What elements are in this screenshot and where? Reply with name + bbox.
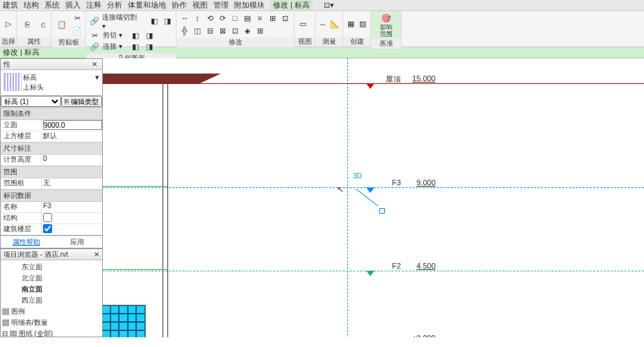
menu-item[interactable]: 分析 xyxy=(107,0,122,10)
modify-tool-icon[interactable]: ▤ xyxy=(242,12,253,24)
panel-label-prop: 属性 xyxy=(17,37,51,46)
modify-tool-icon[interactable]: ⊟ xyxy=(204,25,215,36)
modify-tool-icon[interactable]: ⊠ xyxy=(217,25,228,36)
copy-icon[interactable]: 📄 xyxy=(72,25,83,36)
create2-icon[interactable]: ▨ xyxy=(358,19,368,30)
drawing-canvas[interactable]: 3D 屋顶15.000F39.000↖F24.500±0.000 xyxy=(103,58,644,337)
modify-tool-icon[interactable]: ⊡ xyxy=(229,25,240,36)
prop-help-link[interactable]: 属性帮助 xyxy=(1,236,51,248)
instance-select[interactable]: 标高 (1) xyxy=(1,96,61,107)
prop-row: 立面 xyxy=(1,120,102,131)
close-icon[interactable]: ✕ xyxy=(90,60,99,68)
tree-node[interactable]: 北立面 xyxy=(2,273,101,284)
menu-item[interactable]: 体量和场地 xyxy=(128,0,166,10)
modify-tool-icon[interactable]: ⟲ xyxy=(204,12,215,24)
prop-value[interactable] xyxy=(41,213,102,223)
paste-icon[interactable]: 📋 xyxy=(54,15,69,34)
modify-tool-icon[interactable]: ⟳ xyxy=(217,12,228,24)
geom-icon2[interactable]: ◧ xyxy=(130,30,141,41)
tree-node[interactable]: ⊟ ▦ 图纸 (全部) xyxy=(2,328,101,337)
modify-tool-icon[interactable]: ⊡ xyxy=(279,12,290,24)
ribbon-min-icon[interactable]: ⊡▾ xyxy=(324,1,334,10)
menu-item[interactable]: 修改 | 标高 xyxy=(270,0,313,10)
level-value[interactable]: ±0.000 xyxy=(412,334,436,337)
cut-icon[interactable]: ✂ xyxy=(72,12,83,24)
geom-icon2[interactable]: ◧ xyxy=(130,41,141,52)
edit-type-button[interactable]: ⎘ 编辑类型 xyxy=(61,96,102,107)
type-dropdown-icon[interactable]: ▾ xyxy=(95,73,99,92)
modify-tool-icon[interactable]: ↕ xyxy=(192,12,203,24)
drag-handle-icon[interactable] xyxy=(379,208,385,214)
create-icon[interactable]: ▦ xyxy=(346,19,356,30)
scope-icon[interactable]: 🎯 xyxy=(381,12,392,24)
prop-row: 上方楼层默认 xyxy=(1,131,102,142)
prop-key: 上方楼层 xyxy=(1,131,41,142)
thumbnail-nav[interactable] xyxy=(103,305,146,337)
modify-icon[interactable]: ⎘ xyxy=(19,15,36,34)
tree-node[interactable]: 西立面 xyxy=(2,295,101,306)
dim-icon[interactable]: 📐 xyxy=(330,19,340,30)
prop-group-header: 范围 xyxy=(1,166,102,178)
prop-value[interactable] xyxy=(41,120,102,130)
prop-checkbox[interactable] xyxy=(43,213,52,222)
prop-row: 计算高度0 xyxy=(1,155,102,166)
level-marker-icon[interactable] xyxy=(366,271,374,276)
level-value[interactable]: 15.000 xyxy=(412,74,436,83)
prop-value[interactable] xyxy=(41,224,102,235)
panel-label-view: 视图 xyxy=(295,37,315,46)
menu-item[interactable]: 结构 xyxy=(24,0,39,10)
level-value[interactable]: 4.500 xyxy=(416,262,436,270)
geom-icon[interactable]: ✂ xyxy=(89,30,100,41)
level-line[interactable]: 屋顶15.000 xyxy=(103,83,644,84)
modify-tool-icon[interactable]: ≡ xyxy=(254,12,265,24)
prop-checkbox[interactable] xyxy=(43,224,52,233)
prop-input[interactable] xyxy=(43,120,102,130)
level-value[interactable]: 9.000 xyxy=(416,178,436,187)
geom-icon2[interactable]: ◧ xyxy=(149,16,159,27)
wall-section xyxy=(163,83,168,337)
properties-panel: 性✕ 标高上标头 ▾ 标高 (1) ⎘ 编辑类型 限制条件立面上方楼层默认尺寸标… xyxy=(0,58,103,248)
prop-value[interactable]: 默认 xyxy=(41,131,102,142)
tree-node[interactable]: 南立面 xyxy=(2,284,101,295)
modify-tool-icon[interactable]: ⊞ xyxy=(267,12,278,24)
geom-icon3[interactable]: ◨ xyxy=(144,41,155,52)
level-marker-icon[interactable] xyxy=(366,83,374,89)
prop-value[interactable]: F3 xyxy=(41,202,102,212)
geom-icon3[interactable]: ◨ xyxy=(144,30,155,41)
apply-button[interactable]: 应用 xyxy=(51,236,102,248)
level-marker-icon[interactable] xyxy=(366,187,374,193)
prop-group-header: 限制条件 xyxy=(1,108,102,120)
prop-key: 建筑楼层 xyxy=(1,224,41,235)
tree-node[interactable]: ▦ 明细表/数量 xyxy=(2,317,101,328)
menu-item[interactable]: 视图 xyxy=(192,0,208,10)
prop-row: 建筑楼层 xyxy=(1,224,102,235)
view-icon[interactable]: ▭ xyxy=(297,19,308,30)
level-line[interactable]: F24.500 xyxy=(103,271,644,271)
menu-item[interactable]: 插入 xyxy=(65,0,81,10)
modify-tool-icon[interactable]: ↔ xyxy=(179,12,190,24)
geom-icon[interactable]: 🔗 xyxy=(89,41,100,52)
menu-item[interactable]: 注释 xyxy=(86,0,101,10)
prop-value[interactable]: 0 xyxy=(41,155,102,165)
menu-item[interactable]: 建筑 xyxy=(3,0,18,10)
level-line[interactable]: F39.000 xyxy=(103,187,644,188)
geom-icon[interactable]: 🔗 xyxy=(89,16,99,27)
menu-item[interactable]: 系统 xyxy=(44,0,60,10)
prop-palette-icon[interactable]: ⎌ xyxy=(39,19,48,30)
prop-value[interactable]: 无 xyxy=(41,178,102,189)
menu-item[interactable]: 管理 xyxy=(213,0,229,10)
measure-icon[interactable]: ↔ xyxy=(318,19,327,30)
geom-icon3[interactable]: ◨ xyxy=(163,16,173,27)
menu-item[interactable]: 协作 xyxy=(172,0,187,10)
select-icon[interactable]: ▷ xyxy=(3,19,13,30)
modify-tool-icon[interactable]: ◫ xyxy=(192,25,203,36)
drag-line xyxy=(339,189,378,228)
modify-tool-icon[interactable]: ╬ xyxy=(179,25,190,36)
tree-node[interactable]: 东立面 xyxy=(2,262,101,273)
modify-tool-icon[interactable]: ◈ xyxy=(242,25,253,36)
browser-close-icon[interactable]: ✕ xyxy=(94,251,99,258)
menu-item[interactable]: 附加模块 xyxy=(234,0,265,10)
tree-node[interactable]: ▦ 图例 xyxy=(2,306,101,317)
modify-tool-icon[interactable]: ⊞ xyxy=(254,25,265,36)
modify-tool-icon[interactable]: □ xyxy=(229,12,240,24)
